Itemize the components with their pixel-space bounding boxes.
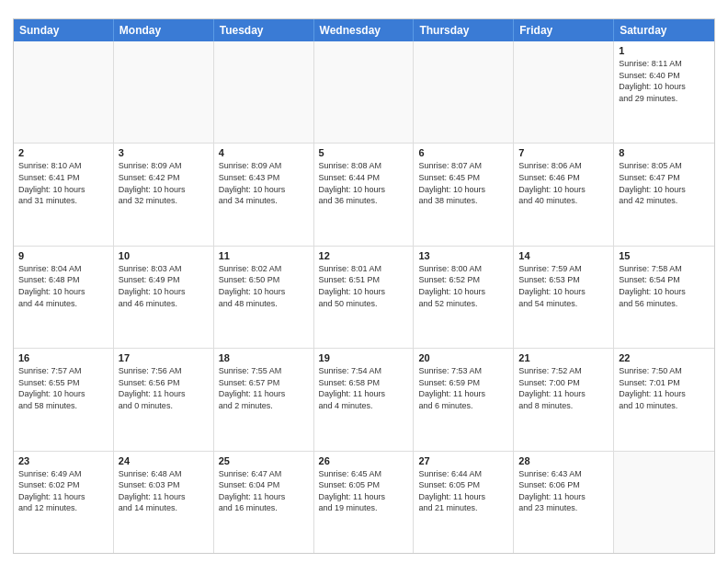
cell-text-line: Sunset: 6:46 PM (518, 172, 609, 184)
cell-text-line: Sunset: 6:47 PM (619, 172, 710, 184)
cell-text-line: Daylight: 10 hours (119, 184, 209, 196)
calendar: SundayMondayTuesdayWednesdayThursdayFrid… (13, 18, 715, 554)
calendar-cell: 27Sunrise: 6:44 AMSunset: 6:05 PMDayligh… (414, 452, 514, 553)
header-day-saturday: Saturday (614, 19, 714, 41)
calendar-cell: 24Sunrise: 6:48 AMSunset: 6:03 PMDayligh… (114, 452, 214, 553)
cell-text-line: Daylight: 10 hours (219, 184, 309, 196)
calendar-cell (514, 41, 614, 143)
cell-text-line: Sunrise: 7:58 AM (619, 263, 710, 275)
day-number: 9 (18, 250, 108, 261)
cell-text-line: Daylight: 11 hours (219, 491, 309, 503)
cell-text-line: Sunrise: 6:45 AM (319, 468, 409, 480)
cell-text-line: Daylight: 10 hours (18, 286, 108, 298)
cell-text-line: and 16 minutes. (219, 502, 309, 514)
cell-text-line: Daylight: 11 hours (18, 491, 108, 503)
cell-text-line: Sunset: 6:53 PM (518, 274, 609, 286)
calendar-cell: 6Sunrise: 8:07 AMSunset: 6:45 PMDaylight… (414, 144, 514, 245)
cell-text-line: Sunrise: 7:56 AM (119, 365, 209, 377)
cell-text-line: and 8 minutes. (518, 400, 609, 412)
day-number: 3 (119, 147, 209, 158)
cell-text-line: Daylight: 10 hours (619, 81, 710, 93)
cell-text-line: Sunset: 6:03 PM (119, 479, 209, 491)
calendar-row-2: 9Sunrise: 8:04 AMSunset: 6:48 PMDaylight… (14, 247, 714, 349)
day-number: 24 (119, 455, 209, 466)
calendar-body: 1Sunrise: 8:11 AMSunset: 6:40 PMDaylight… (14, 41, 714, 553)
calendar-cell: 13Sunrise: 8:00 AMSunset: 6:52 PMDayligh… (414, 247, 514, 348)
calendar-cell: 5Sunrise: 8:08 AMSunset: 6:44 PMDaylight… (314, 144, 415, 245)
cell-text-line: Sunset: 6:42 PM (119, 172, 209, 184)
cell-text-line: Daylight: 11 hours (518, 388, 609, 400)
cell-text-line: Sunrise: 8:00 AM (418, 263, 508, 275)
day-number: 25 (219, 455, 309, 466)
cell-text-line: Sunrise: 8:01 AM (319, 263, 409, 275)
cell-text-line: Sunrise: 7:52 AM (518, 365, 609, 377)
header-day-monday: Monday (114, 19, 214, 41)
day-number: 2 (18, 147, 108, 158)
calendar-cell: 25Sunrise: 6:47 AMSunset: 6:04 PMDayligh… (214, 452, 314, 553)
cell-text-line: and 54 minutes. (518, 298, 609, 310)
day-number: 12 (319, 250, 409, 261)
cell-text-line: Sunrise: 8:11 AM (619, 58, 710, 70)
cell-text-line: Sunrise: 6:47 AM (219, 468, 309, 480)
cell-text-line: Sunset: 6:57 PM (219, 377, 309, 389)
cell-text-line: Sunrise: 8:09 AM (219, 160, 309, 172)
calendar-cell: 21Sunrise: 7:52 AMSunset: 7:00 PMDayligh… (514, 349, 614, 450)
header: General Blue (13, 9, 715, 13)
day-number: 18 (219, 352, 309, 363)
cell-text-line: Sunrise: 8:07 AM (418, 160, 508, 172)
day-number: 11 (219, 250, 309, 261)
cell-text-line: and 40 minutes. (518, 195, 609, 207)
calendar-cell: 23Sunrise: 6:49 AMSunset: 6:02 PMDayligh… (14, 452, 114, 553)
cell-text-line: Sunrise: 7:50 AM (619, 365, 710, 377)
cell-text-line: Sunrise: 7:53 AM (418, 365, 508, 377)
cell-text-line: and 36 minutes. (319, 195, 409, 207)
header-day-thursday: Thursday (414, 19, 514, 41)
day-number: 16 (18, 352, 108, 363)
calendar-cell: 26Sunrise: 6:45 AMSunset: 6:05 PMDayligh… (314, 452, 415, 553)
cell-text-line: Sunset: 6:05 PM (319, 479, 409, 491)
cell-text-line: Daylight: 10 hours (319, 286, 409, 298)
cell-text-line: Daylight: 11 hours (119, 388, 209, 400)
cell-text-line: Sunset: 6:55 PM (18, 377, 108, 389)
calendar-cell (414, 41, 514, 143)
cell-text-line: Sunset: 6:54 PM (619, 274, 710, 286)
calendar-cell: 11Sunrise: 8:02 AMSunset: 6:50 PMDayligh… (214, 247, 314, 348)
day-number: 17 (119, 352, 209, 363)
cell-text-line: Sunset: 6:44 PM (319, 172, 409, 184)
cell-text-line: and 38 minutes. (418, 195, 508, 207)
calendar-cell: 7Sunrise: 8:06 AMSunset: 6:46 PMDaylight… (514, 144, 614, 245)
cell-text-line: Daylight: 10 hours (619, 286, 710, 298)
cell-text-line: Sunrise: 7:57 AM (18, 365, 108, 377)
calendar-row-1: 2Sunrise: 8:10 AMSunset: 6:41 PMDaylight… (14, 144, 714, 246)
cell-text-line: and 6 minutes. (418, 400, 508, 412)
cell-text-line: Daylight: 10 hours (18, 184, 108, 196)
cell-text-line: and 29 minutes. (619, 93, 710, 105)
day-number: 28 (518, 455, 609, 466)
cell-text-line: Daylight: 10 hours (219, 286, 309, 298)
cell-text-line: Sunrise: 6:48 AM (119, 468, 209, 480)
cell-text-line: and 10 minutes. (619, 400, 710, 412)
cell-text-line: Sunset: 6:58 PM (319, 377, 409, 389)
calendar-cell: 3Sunrise: 8:09 AMSunset: 6:42 PMDaylight… (114, 144, 214, 245)
cell-text-line: Daylight: 10 hours (518, 184, 609, 196)
cell-text-line: Daylight: 10 hours (518, 286, 609, 298)
cell-text-line: and 42 minutes. (619, 195, 710, 207)
day-number: 13 (418, 250, 508, 261)
cell-text-line: Daylight: 11 hours (319, 388, 409, 400)
cell-text-line: Sunset: 6:48 PM (18, 274, 108, 286)
calendar-cell: 12Sunrise: 8:01 AMSunset: 6:51 PMDayligh… (314, 247, 415, 348)
cell-text-line: Sunset: 6:52 PM (418, 274, 508, 286)
day-number: 10 (119, 250, 209, 261)
day-number: 4 (219, 147, 309, 158)
calendar-cell: 15Sunrise: 7:58 AMSunset: 6:54 PMDayligh… (614, 247, 714, 348)
day-number: 1 (619, 45, 710, 56)
cell-text-line: Sunrise: 7:54 AM (319, 365, 409, 377)
page: General Blue SundayMondayTuesdayWednesda… (0, 0, 728, 563)
header-day-sunday: Sunday (14, 19, 114, 41)
day-number: 22 (619, 352, 710, 363)
day-number: 20 (418, 352, 508, 363)
header-day-tuesday: Tuesday (214, 19, 314, 41)
cell-text-line: and 23 minutes. (518, 502, 609, 514)
calendar-cell: 19Sunrise: 7:54 AMSunset: 6:58 PMDayligh… (314, 349, 415, 450)
calendar-cell: 2Sunrise: 8:10 AMSunset: 6:41 PMDaylight… (14, 144, 114, 245)
